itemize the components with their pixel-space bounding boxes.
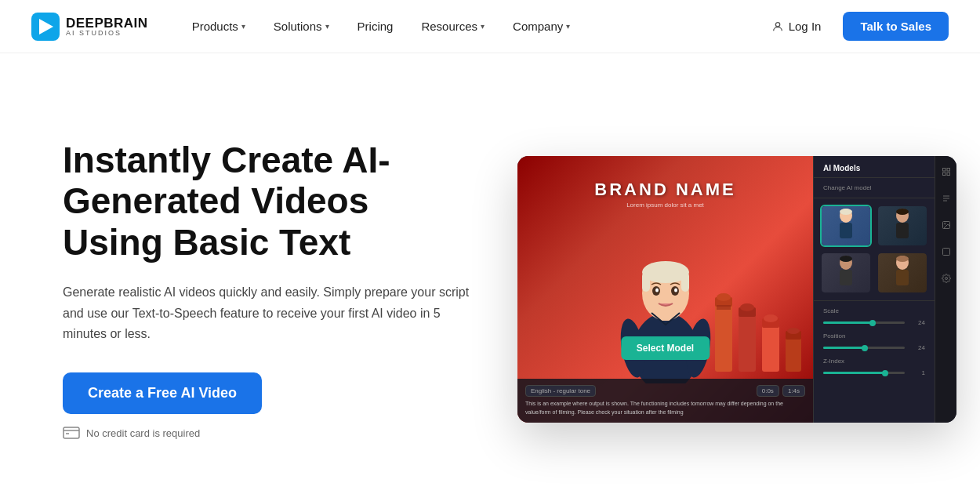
product-mockup: BRAND NAME Lorem ipsum dolor sit a met [517, 156, 956, 423]
scale-label: Scale [823, 307, 925, 314]
hero-mockup: BRAND NAME Lorem ipsum dolor sit a met [517, 156, 956, 423]
nav-item-products[interactable]: Products ▾ [180, 13, 258, 39]
model-thumb-3[interactable] [820, 252, 872, 294]
script-text: This is an example where output is shown… [525, 400, 805, 416]
svg-rect-3 [64, 427, 79, 438]
model-4-preview [889, 253, 916, 292]
panel-icon-media[interactable] [938, 217, 954, 233]
logo-icon [31, 13, 60, 41]
chevron-down-icon: ▾ [241, 22, 245, 31]
svg-rect-43 [942, 169, 946, 172]
brand-name-text: BRAND NAME [517, 180, 813, 200]
z-index-slider[interactable] [823, 372, 905, 374]
model-1-preview [833, 206, 860, 245]
credit-card-icon [63, 427, 80, 439]
svg-rect-22 [739, 313, 756, 372]
no-credit-card-notice: No credit card is required [63, 427, 470, 439]
svg-rect-42 [896, 270, 909, 285]
position-slider-row: 24 [823, 344, 925, 351]
panel-ctrl-label: Change AI model [823, 184, 925, 191]
video-bottom-bar: English - regular tone 0:0s 1:4s This is… [517, 379, 813, 423]
svg-rect-46 [942, 173, 946, 176]
login-button[interactable]: Log In [759, 13, 834, 39]
svg-point-38 [840, 256, 852, 262]
nav-links: Products ▾ Solutions ▾ Pricing Resources… [180, 13, 759, 39]
brand-sub-text: Lorem ipsum dolor sit a met [517, 202, 813, 209]
svg-point-32 [840, 209, 852, 215]
chevron-down-icon: ▾ [481, 22, 485, 31]
panel-title: AI Models [814, 156, 935, 178]
svg-point-2 [775, 22, 779, 26]
ai-models-panel: AI Models Change AI model [813, 156, 935, 423]
logo[interactable]: DEEPBRAIN AI STUDIOS [31, 13, 148, 41]
logo-sub-text: AI STUDIOS [66, 30, 148, 37]
svg-point-20 [717, 293, 731, 301]
video-brand-overlay: BRAND NAME Lorem ipsum dolor sit a met [517, 180, 813, 209]
svg-rect-25 [762, 325, 779, 372]
svg-point-35 [896, 209, 909, 215]
scale-value: 24 [909, 319, 925, 326]
svg-rect-28 [786, 336, 801, 372]
panel-controls: Change AI model [814, 178, 935, 198]
nav-item-pricing[interactable]: Pricing [345, 13, 406, 39]
svg-point-24 [740, 303, 754, 311]
select-model-button[interactable]: Select Model [621, 336, 710, 360]
svg-rect-33 [840, 223, 852, 238]
model-grid [814, 198, 935, 300]
lang-bar: English - regular tone 0:0s 1:4s [525, 385, 805, 397]
panel-icon-home[interactable] [938, 164, 954, 180]
svg-point-48 [944, 223, 946, 225]
model-thumb-2[interactable] [877, 205, 928, 247]
logo-brand-text: DEEPBRAIN [66, 16, 148, 30]
z-index-slider-row: 1 [823, 369, 925, 376]
svg-rect-10 [642, 272, 650, 292]
svg-rect-36 [896, 223, 909, 238]
scale-slider[interactable] [823, 321, 905, 324]
talk-to-sales-button[interactable]: Talk to Sales [843, 12, 949, 41]
lipstick-products [711, 285, 805, 387]
time-end: 1:4s [782, 385, 805, 397]
svg-point-50 [945, 278, 947, 280]
side-panel-container: AI Models Change AI model [813, 156, 956, 423]
chevron-down-icon: ▾ [566, 22, 570, 31]
sliders-section: Scale 24 Position [814, 300, 935, 423]
svg-rect-49 [942, 249, 949, 256]
nav-item-resources[interactable]: Resources ▾ [408, 13, 497, 39]
svg-point-30 [787, 328, 800, 334]
svg-point-15 [674, 289, 677, 292]
create-free-video-button[interactable]: Create a Free AI Video [63, 372, 262, 414]
position-label: Position [823, 332, 925, 340]
svg-rect-21 [717, 305, 731, 310]
hero-section: Instantly Create AI-Generated Videos Usi… [0, 53, 980, 494]
z-index-label: Z-Index [823, 358, 925, 365]
svg-rect-11 [681, 272, 689, 292]
time-start: 0:0s [757, 385, 779, 397]
hero-subtitle: Generate realistic AI videos quickly and… [63, 282, 470, 344]
panel-icon-settings[interactable] [938, 271, 954, 286]
svg-point-27 [764, 314, 778, 322]
navigation: DEEPBRAIN AI STUDIOS Products ▾ Solution… [0, 0, 980, 53]
model-3-preview [833, 253, 860, 292]
time-badges: 0:0s 1:4s [757, 385, 805, 397]
panel-icon-shape[interactable] [938, 244, 954, 260]
svg-rect-45 [947, 173, 950, 176]
model-thumb-1[interactable] [820, 205, 872, 247]
model-thumb-4[interactable] [877, 252, 928, 294]
language-label: English - regular tone [525, 385, 596, 397]
svg-rect-44 [947, 169, 950, 172]
hero-content: Instantly Create AI-Generated Videos Usi… [63, 140, 470, 440]
scale-slider-row: 24 [823, 319, 925, 326]
panel-icon-text[interactable] [938, 191, 954, 206]
hero-title: Instantly Create AI-Generated Videos Usi… [63, 140, 470, 264]
nav-right: Log In Talk to Sales [759, 12, 949, 41]
chevron-down-icon: ▾ [325, 22, 329, 31]
panel-icon-strip [935, 156, 956, 423]
nav-item-company[interactable]: Company ▾ [500, 13, 583, 39]
svg-rect-18 [715, 301, 732, 372]
svg-rect-39 [840, 270, 852, 285]
video-preview: BRAND NAME Lorem ipsum dolor sit a met [517, 156, 813, 423]
svg-point-14 [655, 289, 659, 292]
nav-item-solutions[interactable]: Solutions ▾ [261, 13, 342, 39]
svg-point-41 [896, 256, 909, 262]
position-slider[interactable] [823, 347, 905, 349]
